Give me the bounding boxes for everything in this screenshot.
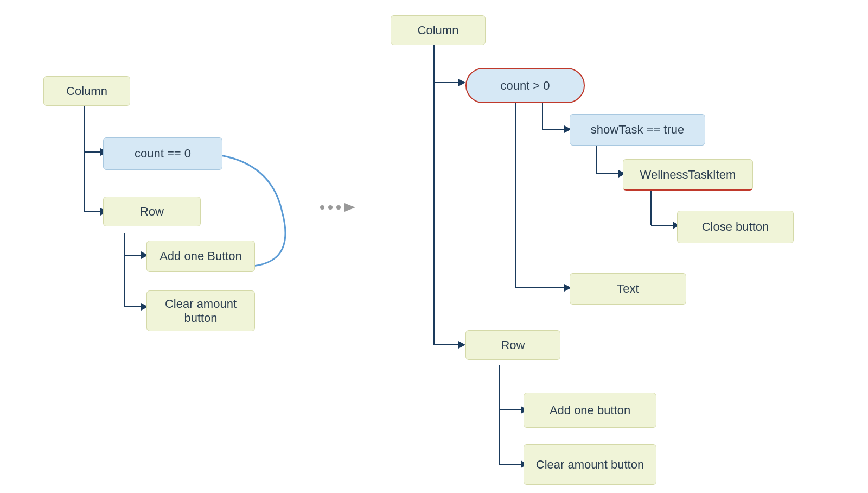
right-show-task-node: showTask == true: [570, 114, 705, 146]
right-text-node: Text: [570, 273, 686, 305]
right-close-button-node: Close button: [677, 211, 794, 243]
left-count-eq-node: count == 0: [103, 137, 222, 170]
dots-separator: [320, 201, 360, 214]
right-add-one-node: Add one button: [524, 393, 656, 428]
svg-marker-15: [458, 79, 465, 86]
left-column-node: Column: [43, 76, 130, 106]
right-clear-amount-node: Clear amount button: [524, 444, 656, 485]
left-row-node: Row: [103, 197, 201, 226]
svg-marker-37: [344, 203, 355, 212]
left-clear-amount-node: Clear amount button: [146, 290, 255, 331]
diagram-container: Column count == 0 Row Add one Button Cle…: [0, 0, 868, 493]
left-add-one-node: Add one Button: [146, 241, 255, 272]
svg-marker-30: [458, 341, 465, 349]
arrows-svg: [0, 0, 868, 493]
right-row-node: Row: [465, 330, 560, 360]
right-count-gt-node: count > 0: [465, 68, 585, 103]
dots-arrow-icon: [344, 201, 360, 214]
right-wellness-node: WellnessTaskItem: [623, 159, 753, 191]
right-column-node: Column: [391, 15, 486, 45]
